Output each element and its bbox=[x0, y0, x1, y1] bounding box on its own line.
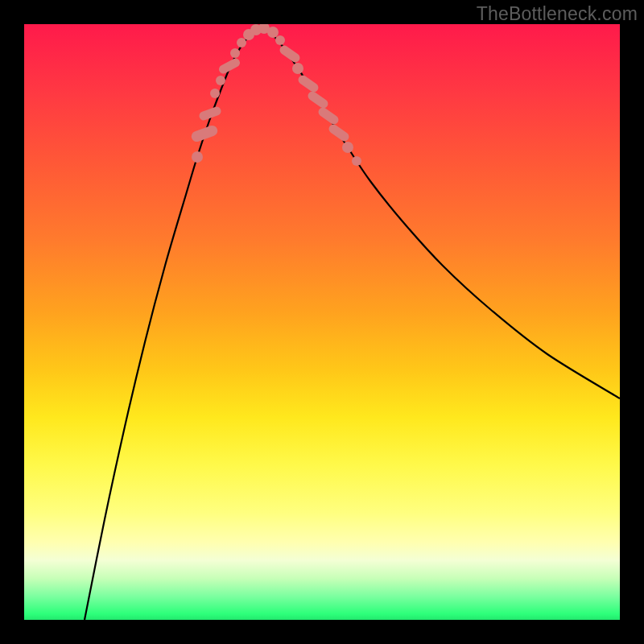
curve-marker bbox=[296, 73, 320, 93]
curve-marker bbox=[327, 122, 350, 142]
curve-marker bbox=[306, 89, 329, 109]
watermark-label: TheBottleneck.com bbox=[477, 3, 638, 25]
curve-marker bbox=[237, 38, 246, 47]
curve-marker bbox=[352, 156, 361, 166]
curve-marker bbox=[342, 142, 353, 153]
plot-area bbox=[24, 24, 620, 620]
curve-marker bbox=[217, 57, 242, 76]
curve-marker bbox=[210, 89, 220, 98]
curve-marker bbox=[275, 35, 285, 45]
marker-group bbox=[190, 24, 361, 166]
curve-marker bbox=[190, 124, 219, 143]
chart-frame: TheBottleneck.com bbox=[0, 0, 644, 644]
curve-marker bbox=[192, 151, 203, 163]
curve-marker bbox=[230, 48, 240, 58]
curve-marker bbox=[316, 105, 340, 126]
curve-marker bbox=[267, 27, 279, 38]
curve-marker bbox=[292, 63, 303, 74]
bottleneck-curve bbox=[85, 27, 620, 620]
curve-marker bbox=[278, 43, 301, 64]
curve-marker bbox=[216, 76, 225, 85]
curve-path bbox=[85, 27, 620, 620]
curve-svg bbox=[24, 24, 620, 620]
